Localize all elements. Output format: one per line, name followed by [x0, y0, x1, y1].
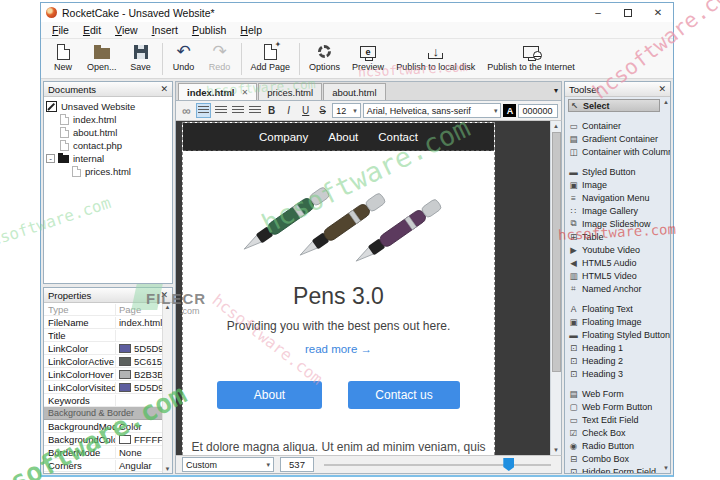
toolset-item-navigation-menu[interactable]: ≡ Navigation Menu	[568, 191, 660, 204]
tree-item-internal-folder[interactable]: - internal	[46, 152, 170, 165]
align-left-button[interactable]	[196, 103, 211, 118]
read-more-link[interactable]: read more →	[183, 343, 494, 355]
toolset-item-html5-audio[interactable]: ◀ HTML5 Audio	[568, 256, 660, 269]
toolset-item-container[interactable]: ▭ Container	[568, 119, 660, 132]
nav-link-about[interactable]: About	[328, 131, 358, 143]
properties-scrollbar[interactable]: ▲ ▼	[162, 303, 172, 473]
toolset-item-web-form-button[interactable]: ▢ Web Form Button	[568, 400, 660, 413]
preview-button[interactable]: e Preview	[346, 40, 390, 78]
tab-close-icon[interactable]: ✕	[242, 88, 249, 97]
align-center-button[interactable]	[213, 103, 228, 118]
close-button[interactable]: ✕	[643, 3, 673, 22]
color-swatch[interactable]	[119, 344, 131, 353]
tab-overflow-icon[interactable]: ▾	[554, 86, 558, 95]
toolset-item-floating-image[interactable]: ▣ Floating Image	[568, 315, 660, 328]
publish-internet-button[interactable]: Publish to the Internet	[481, 40, 581, 78]
scroll-up-icon[interactable]: ▲	[165, 304, 171, 310]
editor-scrollbar[interactable]: ▲ ▼	[550, 121, 561, 455]
scroll-up-icon[interactable]: ▲	[553, 121, 559, 131]
toolset-item-table[interactable]: ⊞ Table	[568, 230, 660, 243]
property-row-linkcoloractive[interactable]: LinkColorActive 5C615E	[44, 355, 162, 368]
toolset-item-gradient-container[interactable]: ▤ Gradient Container	[568, 132, 660, 145]
editor-canvas[interactable]: Company About Contact	[175, 121, 562, 455]
color-swatch[interactable]	[119, 383, 131, 392]
page-about-button[interactable]: About	[217, 381, 322, 409]
property-row-title[interactable]: Title	[44, 329, 162, 342]
tree-item-contact[interactable]: contact.php	[46, 139, 170, 152]
align-right-button[interactable]	[230, 103, 245, 118]
menu-help[interactable]: Help	[233, 23, 269, 37]
insert-link-icon[interactable]: ∞	[179, 103, 194, 118]
toolset-item-container-with-columns[interactable]: ◫ Container with Columns	[568, 145, 660, 158]
color-swatch[interactable]	[119, 435, 131, 444]
toolset-item-web-form[interactable]: ▤ Web Form	[568, 387, 660, 400]
page-navigation-menu[interactable]: Company About Contact	[183, 123, 494, 151]
minimize-button[interactable]: –	[583, 3, 613, 22]
toolset-item-floating-styled-button[interactable]: ▬ Floating Styled Button	[568, 328, 660, 341]
property-row-backgroundcolor[interactable]: BackgroundColor FFFFFF	[44, 433, 162, 446]
font-size-select[interactable]: 12 ▾	[332, 103, 361, 118]
menu-insert[interactable]: Insert	[145, 23, 185, 37]
scrollbar-thumb[interactable]	[552, 132, 561, 372]
toolset-item-image-slideshow[interactable]: ⧉ Image Slideshow	[568, 217, 660, 230]
align-justify-button[interactable]	[247, 103, 262, 118]
tab-prices-html[interactable]: prices.html	[258, 83, 322, 100]
options-button[interactable]: Options	[303, 40, 346, 78]
property-row-filename[interactable]: FileName index.html	[44, 316, 162, 329]
property-row-corners[interactable]: Corners Angular	[44, 459, 162, 472]
property-row-linkcolorvisited[interactable]: LinkColorVisited 5D5D9E	[44, 381, 162, 394]
toolset-item-image[interactable]: ▣ Image	[568, 178, 660, 191]
undo-button[interactable]: ↶ Undo	[166, 40, 202, 78]
toolset-item-heading-1[interactable]: ⊡ Heading 1	[568, 341, 660, 354]
documents-close-icon[interactable]: ✕	[160, 84, 168, 94]
underline-button[interactable]: U	[298, 103, 313, 118]
toolset-item-heading-2[interactable]: ⊡ Heading 2	[568, 354, 660, 367]
toolset-item-floating-text[interactable]: A Floating Text	[568, 302, 660, 315]
page-preview[interactable]: Company About Contact	[182, 122, 495, 455]
menu-view[interactable]: View	[108, 23, 145, 37]
collapse-expander-icon[interactable]: -	[46, 154, 55, 163]
property-row-backgroundmode[interactable]: BackgroundMode Color	[44, 420, 162, 433]
color-swatch[interactable]	[119, 357, 131, 366]
text-color-button[interactable]: A	[503, 104, 516, 117]
tree-item-root[interactable]: Unsaved Website	[46, 100, 170, 113]
property-row-bordermode[interactable]: BorderMode None	[44, 446, 162, 459]
scroll-down-icon[interactable]: ▼	[663, 465, 669, 471]
toolset-item-text-edit-field[interactable]: ▭ Text Edit Field	[568, 413, 660, 426]
page-contact-button[interactable]: Contact us	[348, 381, 460, 409]
scroll-down-icon[interactable]: ▼	[165, 466, 171, 472]
toolset-item-styled-button[interactable]: ▬ Styled Button	[568, 165, 660, 178]
new-button[interactable]: New	[45, 40, 81, 78]
add-page-button[interactable]: ✦ Add Page	[245, 40, 297, 78]
property-row-keywords[interactable]: Keywords	[44, 394, 162, 407]
menu-file[interactable]: File	[45, 23, 76, 37]
menu-edit[interactable]: Edit	[76, 23, 108, 37]
scroll-up-icon[interactable]: ▲	[663, 99, 669, 105]
scroll-down-icon[interactable]: ▼	[553, 445, 559, 455]
nav-link-contact[interactable]: Contact	[378, 131, 418, 143]
open-button[interactable]: Open...	[81, 40, 123, 78]
property-row-type[interactable]: Type Page	[44, 303, 162, 316]
menu-publish[interactable]: Publish	[185, 23, 233, 37]
save-button[interactable]: Save	[123, 40, 159, 78]
width-slider[interactable]	[320, 457, 555, 472]
toolset-item-hidden-form-field[interactable]: ⊡ Hidden Form Field	[568, 465, 660, 473]
strikethrough-button[interactable]: S	[315, 103, 330, 118]
tree-item-prices[interactable]: prices.html	[46, 165, 170, 178]
tab-index-html[interactable]: index.html ✕	[178, 83, 257, 100]
toolset-item-image-gallery[interactable]: ∷ Image Gallery	[568, 204, 660, 217]
tab-about-html[interactable]: about.html	[323, 83, 385, 100]
nav-link-company[interactable]: Company	[259, 131, 308, 143]
color-swatch[interactable]	[119, 370, 131, 379]
properties-close-icon[interactable]: ✕	[160, 290, 168, 300]
title-bar[interactable]: RocketCake - Unsaved Website* – ✕	[41, 3, 673, 22]
toolset-item-radio-button[interactable]: ◉ Radio Button	[568, 439, 660, 452]
property-row-padding[interactable]: Padding 0, 0, 0, 0	[44, 472, 162, 473]
tree-item-about[interactable]: about.html	[46, 126, 170, 139]
italic-button[interactable]: I	[281, 103, 296, 118]
toolset-item-html5-video[interactable]: ▥ HTML5 Video	[568, 269, 660, 282]
slider-thumb[interactable]	[503, 458, 514, 471]
text-color-hex-field[interactable]: 000000	[518, 104, 558, 118]
property-row-linkcolor[interactable]: LinkColor 5D5D9E	[44, 342, 162, 355]
width-preset-select[interactable]: Custom ▾	[182, 457, 274, 472]
